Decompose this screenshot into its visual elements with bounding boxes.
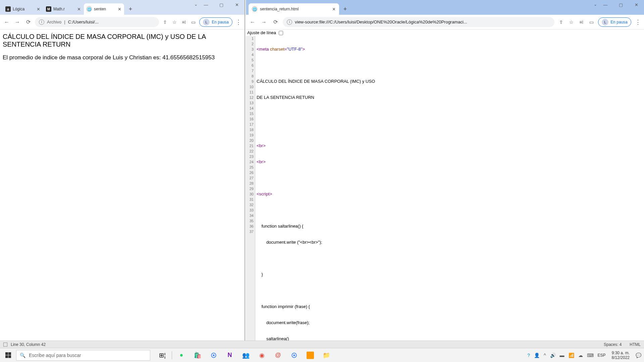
whatsapp-icon[interactable]: ● [173, 348, 190, 362]
address-bar[interactable]: i Archivo | C:/Users/luisi/... [35, 17, 159, 27]
profile-paused-chip[interactable]: L En pausa [598, 17, 631, 27]
reading-list-icon[interactable]: ≡⁞ [180, 19, 187, 25]
tab-sentencia[interactable]: 🌐 senten ✕ [84, 3, 124, 15]
help-icon[interactable]: ? [527, 353, 530, 358]
onedrive-icon[interactable]: ☁ [578, 353, 583, 358]
info-icon: i [287, 19, 292, 25]
left-toolbar: ← → ⟳ i Archivo | C:/Users/luisi/... ⇪ ☆… [0, 15, 245, 29]
maximize-button[interactable]: ▢ [613, 0, 629, 9]
file-explorer-icon[interactable]: 📁 [318, 348, 334, 362]
tab-search-icon[interactable]: ⌄ [594, 2, 597, 7]
teams-icon[interactable]: 👥 [238, 348, 254, 362]
forward-button[interactable]: → [13, 18, 21, 26]
line-gutter: 12345678910 11121314151617181920 2122232… [246, 36, 255, 362]
new-tab-button[interactable]: + [340, 4, 350, 14]
forward-button[interactable]: → [260, 18, 268, 26]
addr-path: view-source:file:///C:/Users/luisi/Deskt… [295, 19, 467, 24]
minimize-button[interactable]: — [598, 0, 613, 9]
input-language[interactable]: ESP [598, 353, 606, 358]
tab-title: senten [94, 7, 116, 11]
right-tab-bar: 🌐 sentencia_return.html ✕ + ⌄ — ▢ ✕ [246, 0, 644, 15]
line-wrap-checkbox[interactable] [279, 31, 283, 35]
clock[interactable]: 9:30 a. m. 8/12/2022 [610, 351, 632, 360]
window-controls: — ▢ ✕ [598, 0, 644, 9]
kebab-menu-icon[interactable]: ⋮ [235, 18, 242, 26]
right-toolbar: ← → ⟳ i view-source:file:///C:/Users/lui… [246, 15, 644, 29]
left-browser-window: a Lógica ✕ M Math.r ✕ 🌐 senten ✕ + ⌄ — ▢… [0, 0, 245, 341]
keyboard-icon[interactable]: ⌨ [587, 353, 594, 358]
reload-button[interactable]: ⟳ [24, 18, 32, 26]
share-icon[interactable]: ⇪ [558, 19, 565, 25]
close-window-button[interactable]: ✕ [629, 0, 644, 9]
addr-path: C:/Users/luisi/... [68, 19, 99, 24]
reload-button[interactable]: ⟳ [271, 18, 279, 26]
people-icon[interactable]: 👤 [534, 353, 540, 358]
taskbar-divider [172, 351, 172, 359]
maximize-button[interactable]: ▢ [214, 0, 229, 9]
cursor-position: Line 30, Column 42 [11, 342, 46, 347]
svg-point-1 [213, 354, 214, 356]
statusbar-box-icon[interactable] [3, 343, 7, 347]
search-icon: 🔍 [20, 353, 25, 358]
back-button[interactable]: ← [249, 18, 257, 26]
avatar: L [203, 19, 210, 25]
tab-title: Math.r [53, 7, 75, 11]
tab-search-icon[interactable]: ⌄ [194, 2, 198, 7]
volume-icon[interactable]: 🔊 [550, 353, 556, 358]
star-icon[interactable]: ☆ [171, 19, 178, 25]
code-area[interactable]: <meta charset="UTF-8"> CÁLCULO DEL ÍNDIC… [255, 36, 499, 362]
line-wrap-label: Ajuste de línea [247, 30, 276, 35]
share-icon[interactable]: ⇪ [162, 19, 168, 25]
taskbar-search[interactable]: 🔍 Escribe aquí para buscar [16, 350, 150, 361]
tab-title: Lógica [13, 7, 35, 11]
microsoft-store-icon[interactable]: 🛍️ [190, 348, 206, 362]
back-button[interactable]: ← [3, 18, 11, 26]
avatar: L [602, 19, 608, 25]
app-red-icon[interactable]: ◉ [254, 348, 270, 362]
editor-statusbar: Line 30, Column 42 Spaces: 4 HTML [0, 341, 644, 348]
tab-logica[interactable]: a Lógica ✕ [3, 3, 43, 15]
battery-icon[interactable]: ▬ [560, 353, 565, 358]
date-label: 8/12/2022 [612, 355, 630, 360]
pausa-label: En pausa [212, 20, 229, 24]
window-controls: — ▢ ✕ [198, 0, 245, 9]
tab-title: sentencia_return.html [260, 7, 329, 11]
chrome-active-icon[interactable] [286, 348, 302, 362]
close-window-button[interactable]: ✕ [229, 0, 245, 9]
indent-setting[interactable]: Spaces: 4 [604, 342, 622, 347]
language-mode[interactable]: HTML [630, 342, 641, 347]
chrome-icon[interactable] [206, 348, 222, 362]
right-browser-window: 🌐 sentencia_return.html ✕ + ⌄ — ▢ ✕ ← → … [246, 0, 644, 341]
address-bar[interactable]: i view-source:file:///C:/Users/luisi/Des… [283, 17, 554, 27]
system-tray: ? 👤 ^ 🔊 ▬ 📶 ☁ ⌨ ESP 9:30 a. m. 8/12/2022… [527, 351, 644, 360]
minimize-button[interactable]: — [198, 0, 214, 9]
notifications-icon[interactable]: 💬 [636, 353, 641, 358]
info-icon: i [39, 19, 44, 25]
close-icon[interactable]: ✕ [77, 7, 81, 12]
wifi-icon[interactable]: 📶 [569, 353, 574, 358]
tab-viewsource[interactable]: 🌐 sentencia_return.html ✕ [249, 3, 339, 15]
start-button[interactable] [0, 348, 16, 362]
onenote-icon[interactable]: N [222, 348, 238, 362]
close-icon[interactable]: ✕ [332, 7, 336, 12]
kebab-menu-icon[interactable]: ⋮ [635, 18, 641, 26]
app-at-icon[interactable]: @ [270, 348, 286, 362]
pausa-label: En pausa [610, 20, 628, 24]
new-tab-button[interactable]: + [126, 4, 135, 14]
m-favicon: M [46, 6, 51, 12]
close-icon[interactable]: ✕ [118, 7, 121, 12]
globe-favicon: 🌐 [87, 6, 92, 12]
addr-divider: | [64, 19, 65, 24]
chevron-up-icon[interactable]: ^ [544, 353, 546, 358]
task-view-icon[interactable]: ⊞¦ [154, 348, 170, 362]
alura-favicon: a [5, 6, 11, 12]
star-icon[interactable]: ☆ [568, 19, 575, 25]
globe-favicon: 🌐 [252, 6, 257, 12]
reading-list-icon[interactable]: ≡⁞ [578, 19, 585, 25]
close-icon[interactable]: ✕ [37, 7, 40, 12]
device-icon[interactable]: ▭ [190, 19, 197, 25]
profile-paused-chip[interactable]: L En pausa [199, 17, 232, 27]
tab-math[interactable]: M Math.r ✕ [43, 3, 84, 15]
device-icon[interactable]: ▭ [588, 19, 595, 25]
sublime-icon[interactable] [307, 352, 314, 359]
